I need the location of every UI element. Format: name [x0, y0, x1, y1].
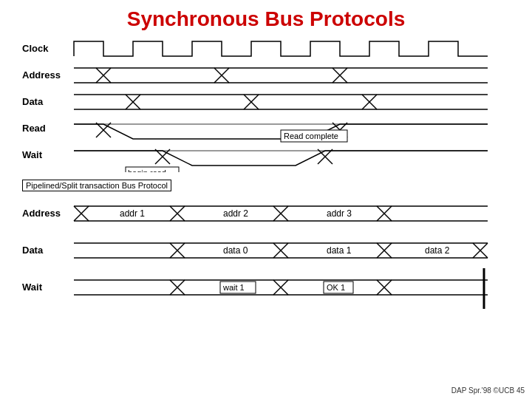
addr3-label: addr 3 [327, 208, 352, 219]
read-complete-text: Read complete [284, 132, 338, 140]
addr2-label: addr 2 [223, 208, 248, 219]
data0-label: data 0 [223, 245, 248, 256]
wait1-label: wait 1 [222, 283, 245, 292]
addr1-label: addr 1 [120, 208, 145, 219]
ok1-label: OK 1 [327, 283, 345, 292]
read-label-top: Read [22, 123, 46, 134]
data1-label: data 1 [327, 245, 352, 256]
bottom-section: Pipelined/Split transaction Bus Protocol… [22, 178, 510, 316]
wait-label-top: Wait [22, 149, 43, 160]
data-label-bottom: Data [22, 245, 44, 256]
address-label-top: Address [22, 69, 61, 81]
top-section: Clock Address Data Read Wait [22, 35, 510, 172]
section-title: Pipelined/Split transaction Bus Protocol [22, 180, 171, 191]
wait-label-bottom: Wait [22, 282, 43, 293]
footer: DAP Spr.'98 ©UCB 45 [451, 386, 525, 395]
wait-waveform [74, 151, 488, 166]
data2-label: data 2 [425, 245, 450, 256]
page-title: Synchronous Bus Protocols [0, 0, 532, 35]
clock-waveform [74, 41, 488, 56]
clock-label: Clock [22, 43, 49, 54]
begin-read-text: begin read [128, 168, 166, 172]
address-label-bottom: Address [22, 208, 61, 219]
data-label-top: Data [22, 96, 44, 107]
